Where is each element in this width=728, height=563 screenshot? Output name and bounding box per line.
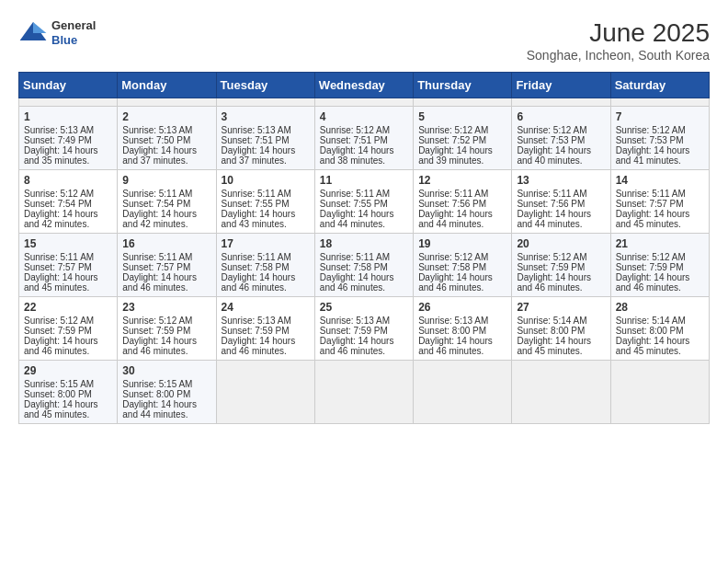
day-cell: 28Sunrise: 5:14 AMSunset: 8:00 PMDayligh… xyxy=(610,297,709,361)
day-cell: 22Sunrise: 5:12 AMSunset: 7:59 PMDayligh… xyxy=(19,297,118,361)
sunrise-text: Sunrise: 5:13 AM xyxy=(24,125,112,135)
sunrise-text: Sunrise: 5:11 AM xyxy=(122,252,210,262)
sunset-text: Sunset: 7:54 PM xyxy=(24,199,112,209)
sunset-text: Sunset: 8:00 PM xyxy=(24,389,112,399)
day-number: 7 xyxy=(616,110,704,123)
day-cell: 12Sunrise: 5:11 AMSunset: 7:56 PMDayligh… xyxy=(414,170,512,234)
calendar-subtitle: Songhae, Incheon, South Korea xyxy=(527,48,710,63)
sunrise-text: Sunrise: 5:13 AM xyxy=(320,316,408,326)
daylight-text: Daylight: 14 hours and 44 minutes. xyxy=(320,209,408,229)
day-cell: 20Sunrise: 5:12 AMSunset: 7:59 PMDayligh… xyxy=(512,234,610,297)
day-number: 22 xyxy=(24,301,112,314)
day-cell: 23Sunrise: 5:12 AMSunset: 7:59 PMDayligh… xyxy=(118,297,216,361)
day-header-thursday: Thursday xyxy=(414,73,512,98)
sunrise-text: Sunrise: 5:13 AM xyxy=(222,316,310,326)
daylight-text: Daylight: 14 hours and 44 minutes. xyxy=(122,399,210,419)
day-cell: 19Sunrise: 5:12 AMSunset: 7:58 PMDayligh… xyxy=(414,234,512,297)
daylight-text: Daylight: 14 hours and 45 minutes. xyxy=(24,399,112,419)
daylight-text: Daylight: 14 hours and 46 minutes. xyxy=(222,272,310,293)
day-cell xyxy=(118,98,216,107)
day-cell: 7Sunrise: 5:12 AMSunset: 7:53 PMDaylight… xyxy=(610,107,709,170)
day-number: 5 xyxy=(418,110,506,123)
sunrise-text: Sunrise: 5:14 AM xyxy=(517,316,605,326)
sunrise-text: Sunrise: 5:11 AM xyxy=(320,252,408,262)
day-cell: 8Sunrise: 5:12 AMSunset: 7:54 PMDaylight… xyxy=(19,170,118,234)
header: General Blue June 2025 Songhae, Incheon,… xyxy=(18,18,710,63)
sunset-text: Sunset: 7:59 PM xyxy=(122,326,210,336)
daylight-text: Daylight: 14 hours and 42 minutes. xyxy=(24,209,112,229)
day-number: 21 xyxy=(616,237,704,250)
week-row-2: 1Sunrise: 5:13 AMSunset: 7:49 PMDaylight… xyxy=(19,107,710,170)
day-number: 29 xyxy=(24,364,112,377)
day-header-wednesday: Wednesday xyxy=(314,73,413,98)
sunset-text: Sunset: 7:55 PM xyxy=(222,199,310,209)
day-cell: 6Sunrise: 5:12 AMSunset: 7:53 PMDaylight… xyxy=(512,107,610,170)
sunset-text: Sunset: 7:53 PM xyxy=(616,135,704,145)
day-number: 13 xyxy=(517,174,605,187)
sunrise-text: Sunrise: 5:12 AM xyxy=(418,125,506,135)
calendar-header-row: SundayMondayTuesdayWednesdayThursdayFrid… xyxy=(19,73,710,98)
daylight-text: Daylight: 14 hours and 46 minutes. xyxy=(24,336,112,356)
day-cell: 26Sunrise: 5:13 AMSunset: 8:00 PMDayligh… xyxy=(414,297,512,361)
sunrise-text: Sunrise: 5:13 AM xyxy=(222,125,310,135)
sunset-text: Sunset: 7:59 PM xyxy=(222,326,310,336)
day-cell xyxy=(610,98,709,107)
daylight-text: Daylight: 14 hours and 43 minutes. xyxy=(222,209,310,229)
sunset-text: Sunset: 7:58 PM xyxy=(320,262,408,272)
daylight-text: Daylight: 14 hours and 41 minutes. xyxy=(616,145,704,166)
sunset-text: Sunset: 7:58 PM xyxy=(418,262,506,272)
day-number: 6 xyxy=(517,110,605,123)
day-cell xyxy=(314,98,413,107)
day-cell: 13Sunrise: 5:11 AMSunset: 7:56 PMDayligh… xyxy=(512,170,610,234)
sunset-text: Sunset: 7:50 PM xyxy=(122,135,210,145)
day-number: 26 xyxy=(418,301,506,314)
logo-general: General xyxy=(51,18,96,33)
calendar-table: SundayMondayTuesdayWednesdayThursdayFrid… xyxy=(18,72,710,424)
sunset-text: Sunset: 8:00 PM xyxy=(616,326,704,336)
day-number: 23 xyxy=(122,301,210,314)
day-number: 4 xyxy=(320,110,408,123)
daylight-text: Daylight: 14 hours and 38 minutes. xyxy=(320,145,408,166)
day-cell xyxy=(314,361,413,424)
day-header-friday: Friday xyxy=(512,73,610,98)
daylight-text: Daylight: 14 hours and 46 minutes. xyxy=(122,272,210,293)
sunset-text: Sunset: 7:59 PM xyxy=(616,262,704,272)
sunrise-text: Sunrise: 5:14 AM xyxy=(616,316,704,326)
day-cell: 27Sunrise: 5:14 AMSunset: 8:00 PMDayligh… xyxy=(512,297,610,361)
sunrise-text: Sunrise: 5:11 AM xyxy=(122,189,210,199)
day-header-tuesday: Tuesday xyxy=(216,73,314,98)
daylight-text: Daylight: 14 hours and 46 minutes. xyxy=(122,336,210,356)
day-cell: 30Sunrise: 5:15 AMSunset: 8:00 PMDayligh… xyxy=(118,361,216,424)
day-cell: 5Sunrise: 5:12 AMSunset: 7:52 PMDaylight… xyxy=(414,107,512,170)
day-cell: 2Sunrise: 5:13 AMSunset: 7:50 PMDaylight… xyxy=(118,107,216,170)
sunset-text: Sunset: 7:49 PM xyxy=(24,135,112,145)
daylight-text: Daylight: 14 hours and 44 minutes. xyxy=(418,209,506,229)
day-number: 27 xyxy=(517,301,605,314)
daylight-text: Daylight: 14 hours and 40 minutes. xyxy=(517,145,605,166)
day-header-saturday: Saturday xyxy=(610,73,709,98)
week-row-3: 8Sunrise: 5:12 AMSunset: 7:54 PMDaylight… xyxy=(19,170,710,234)
daylight-text: Daylight: 14 hours and 44 minutes. xyxy=(517,209,605,229)
daylight-text: Daylight: 14 hours and 45 minutes. xyxy=(616,336,704,356)
day-number: 18 xyxy=(320,237,408,250)
sunset-text: Sunset: 8:00 PM xyxy=(122,389,210,399)
sunset-text: Sunset: 7:59 PM xyxy=(517,262,605,272)
sunset-text: Sunset: 7:53 PM xyxy=(517,135,605,145)
day-number: 15 xyxy=(24,237,112,250)
sunset-text: Sunset: 7:59 PM xyxy=(320,326,408,336)
sunrise-text: Sunrise: 5:12 AM xyxy=(418,252,506,262)
sunrise-text: Sunrise: 5:11 AM xyxy=(616,189,704,199)
sunset-text: Sunset: 7:51 PM xyxy=(320,135,408,145)
daylight-text: Daylight: 14 hours and 37 minutes. xyxy=(122,145,210,166)
sunset-text: Sunset: 8:00 PM xyxy=(418,326,506,336)
day-cell: 25Sunrise: 5:13 AMSunset: 7:59 PMDayligh… xyxy=(314,297,413,361)
day-cell xyxy=(414,361,512,424)
week-row-5: 22Sunrise: 5:12 AMSunset: 7:59 PMDayligh… xyxy=(19,297,710,361)
week-row-4: 15Sunrise: 5:11 AMSunset: 7:57 PMDayligh… xyxy=(19,234,710,297)
sunrise-text: Sunrise: 5:12 AM xyxy=(616,125,704,135)
daylight-text: Daylight: 14 hours and 46 minutes. xyxy=(320,336,408,356)
day-number: 8 xyxy=(24,174,112,187)
day-cell xyxy=(19,98,118,107)
day-number: 12 xyxy=(418,174,506,187)
day-number: 3 xyxy=(222,110,310,123)
